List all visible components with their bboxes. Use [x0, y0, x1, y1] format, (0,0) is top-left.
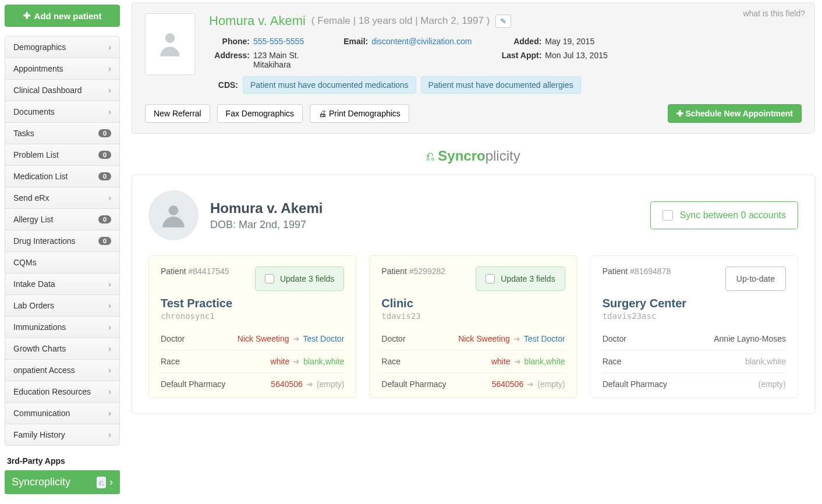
sync-card: Patient #5299282Update 3 fieldsClinictda… [369, 255, 577, 398]
field-old-value: Nick Sweeting [458, 334, 510, 343]
arrow-right-icon: ➔ [514, 357, 521, 366]
field-new-value: (empty) [537, 379, 565, 389]
address-line1: 123 Main St. [253, 51, 299, 60]
field-row: DoctorAnnie Layno-Moses [603, 328, 786, 350]
practice-username: chronosync1 [161, 311, 344, 321]
person-icon [155, 27, 185, 62]
update-fields-button[interactable]: Update 3 fields [476, 267, 565, 291]
cds-label: CDS: [209, 80, 238, 90]
chevron-right-icon: › [108, 387, 111, 396]
sidebar-item-intake-data[interactable]: Intake Data› [5, 274, 119, 294]
sidebar-item-communication[interactable]: Communication› [5, 403, 119, 424]
sidebar-item-medication-list[interactable]: Medication List0 [5, 166, 119, 187]
edit-patient-button[interactable]: ✎ [495, 15, 511, 28]
add-new-patient-button[interactable]: ✚ Add new patient [5, 5, 120, 27]
sidebar-item-demographics[interactable]: Demographics› [5, 37, 119, 58]
last-appt-label: Last Appt: [495, 51, 541, 60]
field-row: Racewhite➔blank,white [381, 350, 565, 373]
field-row: Raceblank,white [603, 350, 786, 373]
checkbox-icon [662, 210, 673, 221]
field-row: DoctorNick Sweeting➔Test Doctor [381, 328, 565, 350]
sidebar-item-immunizations[interactable]: Immunizations› [5, 317, 119, 338]
sidebar-item-label: Send eRx [13, 193, 49, 203]
field-new-value: Test Doctor [524, 334, 565, 343]
sidebar-item-clinical-dashboard[interactable]: Clinical Dashboard› [5, 80, 119, 101]
sidebar-item-send-erx[interactable]: Send eRx› [5, 187, 119, 208]
cds-alert-allergies[interactable]: Patient must have documented allergies [421, 76, 581, 94]
syncroplicity-label: Syncroplicity [12, 476, 70, 488]
sidebar-item-cqms[interactable]: CQMs [5, 252, 119, 273]
sidebar-item-label: Appointments [13, 64, 63, 73]
field-row: Default Pharmacy5640506➔(empty) [381, 373, 565, 395]
sidebar-item-label: Immunizations [13, 322, 66, 332]
count-badge: 0 [98, 151, 111, 159]
chevron-right-icon: › [108, 344, 111, 353]
sidebar-item-appointments[interactable]: Appointments› [5, 58, 119, 79]
sync-icon: ⎌ [426, 148, 434, 164]
cds-alert-medications[interactable]: Patient must have documented medications [243, 76, 416, 94]
chevron-right-icon: › [108, 301, 111, 310]
added-label: Added: [495, 37, 541, 46]
field-values: blank,white [745, 357, 786, 366]
patient-id: Patient #81694878 [603, 267, 671, 276]
field-row: Default Pharmacy(empty) [603, 373, 786, 395]
last-appt-date: Mon Jul 13, 2015 [545, 51, 607, 60]
field-name: Race [381, 357, 401, 366]
update-fields-button[interactable]: Update 3 fields [255, 267, 344, 291]
phone-label: Phone: [209, 37, 250, 46]
sidebar-item-family-history[interactable]: Family History› [5, 424, 119, 445]
sidebar-item-label: Clinical Dashboard [13, 86, 82, 95]
patient-id: Patient #84417545 [161, 267, 229, 276]
what-is-this-field-link[interactable]: what is this field? [743, 9, 805, 18]
third-party-apps-header: 3rd-Party Apps [7, 456, 120, 466]
person-icon [159, 201, 188, 230]
chevron-right-icon: › [108, 430, 111, 439]
add-patient-label: Add new patient [34, 11, 102, 21]
sidebar-item-lab-orders[interactable]: Lab Orders› [5, 295, 119, 316]
checkbox-icon [265, 274, 274, 283]
schedule-new-appointment-button[interactable]: ✚ Schedule New Appointment [668, 104, 802, 123]
sidebar-item-documents[interactable]: Documents› [5, 101, 119, 122]
sidebar-item-label: Education Resources [13, 387, 91, 396]
sidebar-item-growth-charts[interactable]: Growth Charts› [5, 338, 119, 359]
arrow-right-icon: ➔ [293, 357, 300, 366]
fax-demographics-button[interactable]: Fax Demographics [217, 104, 303, 123]
practice-username: tdavis23asc [603, 311, 786, 321]
sidebar-item-education-resources[interactable]: Education Resources› [5, 381, 119, 402]
print-icon: 🖨 [318, 109, 327, 118]
sidebar-syncroplicity-link[interactable]: Syncroplicity ⎌ › [5, 470, 120, 494]
field-name: Doctor [603, 334, 626, 343]
field-values: white➔blank,white [491, 357, 565, 366]
practice-name: Clinic [381, 297, 565, 310]
sync-avatar [148, 190, 199, 240]
syncroplicity-title: ⎌Syncroplicity [132, 148, 815, 164]
sync-between-accounts-button[interactable]: Sync between 0 accounts [650, 201, 798, 229]
svg-point-1 [169, 205, 179, 215]
sidebar: ✚ Add new patient Demographics›Appointme… [0, 0, 125, 499]
sidebar-item-drug-interactions[interactable]: Drug Interactions0 [5, 230, 119, 251]
field-name: Race [161, 357, 180, 366]
svg-point-0 [165, 33, 175, 43]
patient-header-panel: what is this field? Homura v. Akemi ( Fe… [132, 2, 815, 134]
practice-name: Surgery Center [603, 297, 786, 310]
syncroplicity-panel: Homura v. Akemi DOB: Mar 2nd, 1997 Sync … [132, 175, 815, 414]
chevron-right-icon: › [108, 279, 111, 289]
sync-patient-name: Homura v. Akemi [210, 200, 323, 216]
plus-icon: ✚ [23, 10, 31, 21]
print-demographics-button[interactable]: 🖨 Print Demographics [310, 104, 409, 123]
sidebar-item-allergy-list[interactable]: Allergy List0 [5, 209, 119, 230]
patient-email[interactable]: discontent@civilization.com [371, 37, 472, 46]
sidebar-item-tasks[interactable]: Tasks0 [5, 123, 119, 144]
sidebar-item-onpatient-access[interactable]: onpatient Access› [5, 360, 119, 381]
sidebar-item-label: Lab Orders [13, 301, 54, 310]
count-badge: 0 [98, 172, 111, 180]
chevron-right-icon: › [108, 409, 111, 418]
sidebar-item-problem-list[interactable]: Problem List0 [5, 144, 119, 165]
chevron-right-icon: › [108, 107, 111, 116]
new-referral-button[interactable]: New Referral [145, 104, 210, 123]
sidebar-nav: Demographics›Appointments›Clinical Dashb… [5, 36, 120, 446]
sidebar-item-label: Family History [13, 430, 65, 439]
field-name: Race [603, 357, 622, 366]
patient-phone[interactable]: 555-555-5555 [253, 37, 304, 46]
sidebar-item-label: Growth Charts [13, 344, 66, 353]
